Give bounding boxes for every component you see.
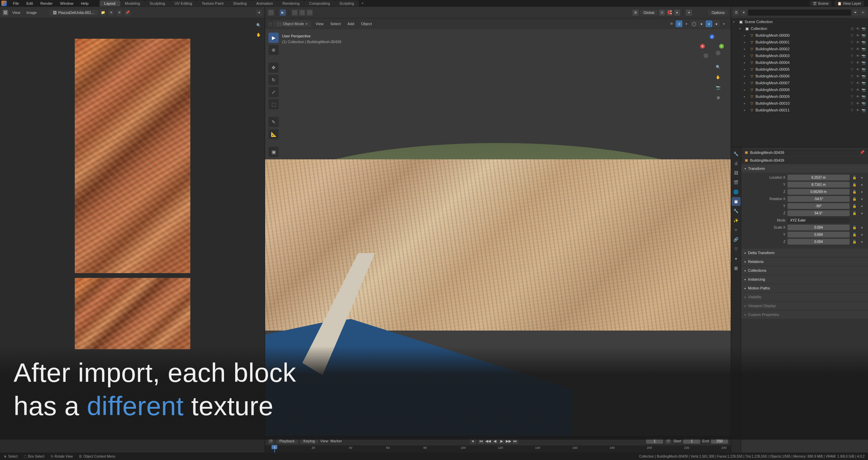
datablock-row[interactable]: ▣ BuildingMesh-00439 <box>741 157 868 164</box>
ptab-texture[interactable]: ▦ <box>732 264 741 272</box>
view-menu[interactable]: View <box>313 22 326 26</box>
hide-icon[interactable]: 👁 <box>855 54 860 58</box>
marker-menu[interactable]: Marker <box>330 439 342 443</box>
tab-texture-paint[interactable]: Texture Paint <box>197 0 228 6</box>
tab-add-button[interactable]: + <box>359 0 366 6</box>
restrict-select-icon[interactable]: ▽ <box>850 108 854 112</box>
disable-render-icon[interactable]: 📷 <box>861 61 866 65</box>
camera-view-icon[interactable]: 📷 <box>714 84 722 91</box>
location-y-field[interactable]: 8.7161 m <box>787 182 850 188</box>
property-panel-header[interactable]: ▸Custom Properties <box>741 311 868 319</box>
menu-help[interactable]: Help <box>77 1 92 6</box>
xray-toggle[interactable]: ▾ <box>683 20 690 27</box>
tab-sculpting[interactable]: Sculpting <box>145 0 170 6</box>
pan-icon[interactable]: ✋ <box>255 31 262 38</box>
tab-rendering[interactable]: Rendering <box>278 0 305 6</box>
lock-icon[interactable]: 🔓 <box>852 197 857 201</box>
tab-modeling[interactable]: Modeling <box>120 0 145 6</box>
perspective-toggle-icon[interactable]: ⊞ <box>714 94 722 101</box>
current-frame-field[interactable]: 1 <box>646 438 663 444</box>
lock-icon[interactable]: 🔓 <box>852 176 857 179</box>
misc-icon[interactable]: ▾ <box>686 10 692 16</box>
ptab-modifiers[interactable]: 🔧 <box>732 207 741 215</box>
select-box-tool[interactable]: ▶ <box>268 33 279 43</box>
image-pin-button[interactable]: 📌 <box>124 10 131 16</box>
image-slot-button[interactable]: ▾ <box>256 10 262 16</box>
pan-view-icon[interactable]: ✋ <box>714 73 722 81</box>
timeline-editor-icon[interactable]: ⏱ <box>268 438 274 444</box>
rotation-mode-dropdown[interactable]: XYZ Euler <box>787 217 850 223</box>
transform-panel-header[interactable]: ▾Transform <box>741 164 868 173</box>
transform-tool[interactable]: ⬚ <box>268 99 279 109</box>
disable-render-icon[interactable]: 📷 <box>861 108 866 112</box>
outliner-item[interactable]: ▸▽BuildingMesh-00004▽👁📷 <box>731 59 868 66</box>
move-tool[interactable]: ✥ <box>268 63 279 73</box>
next-key-icon[interactable]: ▶▶ <box>505 438 511 444</box>
rotation-y-field[interactable]: -90° <box>787 203 850 209</box>
location-x-field[interactable]: 6.2537 m <box>787 175 850 180</box>
scale-tool[interactable]: ⤢ <box>268 87 279 97</box>
snap-icon[interactable]: ⬚ <box>292 10 298 16</box>
tab-shading[interactable]: Shading <box>228 0 251 6</box>
scale-z-field[interactable]: 0.004 <box>787 239 850 245</box>
jump-start-icon[interactable]: ⏮ <box>478 438 484 444</box>
anim-icon[interactable]: ● <box>859 183 865 187</box>
anim-icon[interactable]: ● <box>859 226 865 229</box>
ptab-particles[interactable]: ✨ <box>732 216 741 225</box>
zoom-icon[interactable]: 🔍 <box>255 22 262 29</box>
snap-toggle-icon[interactable]: 🧲 <box>666 10 673 16</box>
outliner[interactable]: ▾▣ Scene Collection ▾ ▣ Collection ☑👁📷 ▸… <box>731 18 868 147</box>
anim-icon[interactable]: ● <box>859 190 865 194</box>
scale-y-field[interactable]: 0.004 <box>787 232 850 237</box>
add-menu[interactable]: Add <box>345 22 357 26</box>
disable-render-icon[interactable]: 📷 <box>861 68 866 71</box>
disable-render-icon[interactable]: 📷 <box>861 40 866 44</box>
restrict-select-icon[interactable]: ▽ <box>850 102 854 105</box>
add-cube-tool[interactable]: ▣ <box>268 147 279 157</box>
property-panel-header[interactable]: ▸Viewport Display <box>741 302 868 310</box>
disable-render-icon[interactable]: 📷 <box>861 47 866 51</box>
outliner-item[interactable]: ▸▽BuildingMesh-00001▽👁📷 <box>731 39 868 46</box>
disable-render-icon[interactable]: 📷 <box>861 102 866 105</box>
properties-breadcrumb[interactable]: ▣ BuildingMesh-00439 📌 <box>741 149 868 156</box>
hide-icon[interactable]: 👁 <box>855 102 860 105</box>
hide-icon[interactable]: 👁 <box>855 81 860 85</box>
prev-key-icon[interactable]: ◀◀ <box>485 438 491 444</box>
ptab-render[interactable]: 🔧 <box>732 149 741 158</box>
outliner-item[interactable]: ▸▽BuildingMesh-00002▽👁📷 <box>731 46 868 52</box>
jump-end-icon[interactable]: ⏭ <box>512 438 518 444</box>
transform-orientation-dropdown[interactable]: Global <box>640 10 658 15</box>
end-frame-field[interactable]: 250 <box>711 438 728 444</box>
timeline-ruler[interactable]: 020406080100120140160180200220240 <box>265 445 731 453</box>
outliner-item[interactable]: ▸▽BuildingMesh-00009▽👁📷 <box>731 93 868 100</box>
ptab-data[interactable]: ▽ <box>732 245 741 253</box>
hide-icon[interactable]: 👁 <box>855 34 860 37</box>
menu-file[interactable]: File <box>10 1 22 6</box>
disable-render-icon[interactable]: 📷 <box>861 74 866 78</box>
lock-icon[interactable]: 🔓 <box>852 211 857 215</box>
anim-icon[interactable]: ● <box>859 240 865 244</box>
editor-type-icon[interactable]: 🖼 <box>3 10 8 15</box>
image-unlink-button[interactable]: ✕ <box>108 10 114 16</box>
ptab-material[interactable]: ● <box>732 254 741 263</box>
shading-solid[interactable]: ● <box>698 20 705 27</box>
hide-icon[interactable]: 👁 <box>855 74 860 78</box>
image-image-menu[interactable]: Image <box>24 11 39 15</box>
outliner-root[interactable]: ▾▣ Scene Collection <box>731 18 868 25</box>
restrict-select-icon[interactable]: ▽ <box>850 47 854 51</box>
outliner-display-mode[interactable]: ▾ <box>741 10 747 16</box>
rotation-x-field[interactable]: -54.5° <box>787 196 850 202</box>
editor-type-3d-icon[interactable]: ⬚ <box>268 10 274 16</box>
ptab-scene[interactable]: 🎬 <box>732 178 741 187</box>
axis-y[interactable]: Y <box>719 44 724 49</box>
preview-range-icon[interactable]: ⏱ <box>665 438 671 444</box>
restrict-select-icon[interactable]: ▽ <box>850 88 854 92</box>
shading-dropdown[interactable]: ▾ <box>721 20 727 27</box>
tab-compositing[interactable]: Compositing <box>305 0 335 6</box>
outliner-search-input[interactable] <box>748 10 851 16</box>
rotate-tool[interactable]: ↻ <box>268 75 279 85</box>
image-editor-viewport[interactable]: 🔍 ✋ <box>0 18 265 453</box>
hide-icon[interactable]: 👁 <box>855 61 860 65</box>
image-browse-button[interactable]: 📁 <box>100 10 106 16</box>
scale-x-field[interactable]: 0.004 <box>787 225 850 230</box>
